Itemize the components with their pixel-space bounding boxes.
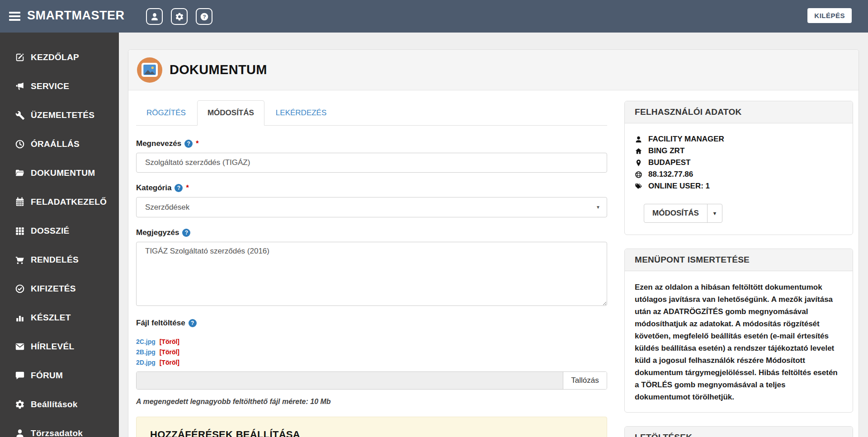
sidebar-item-label: KIFIZETÉS [31, 284, 76, 294]
name-field-label: Megnevezés [136, 139, 181, 148]
file-link[interactable]: 2B.jpg [136, 348, 156, 356]
folder-open-icon [15, 168, 25, 178]
home-icon [635, 147, 642, 155]
sidebar-item-forum[interactable]: FÓRUM [0, 361, 119, 390]
upload-size-note: A megengedett legnagyobb feltölthető fáj… [136, 398, 607, 406]
tab-modositas[interactable]: MÓDOSÍTÁS [197, 100, 264, 126]
comment-field-label: Megjegyzés [136, 228, 179, 237]
megaphone-icon [15, 81, 25, 91]
sidebar-item-oraallas[interactable]: ÓRAÁLLÁS [0, 130, 119, 159]
map-marker-icon [635, 159, 642, 167]
user-row: ONLINE USER: 1 [635, 180, 843, 192]
modify-button-label[interactable]: MÓDOSÍTÁS [644, 204, 707, 222]
gear-icon [15, 399, 25, 409]
user-icon [635, 136, 642, 143]
ip-address: 88.132.77.86 [648, 169, 693, 180]
globe-icon [635, 171, 642, 179]
user-data-panel-title: FELHASZNÁLÓI ADATOK [625, 101, 853, 123]
browse-button[interactable]: Tallózás [563, 372, 607, 389]
sidebar-item-keszlet[interactable]: KÉSZLET [0, 303, 119, 332]
required-mark: * [196, 140, 198, 148]
sidebar-item-label: Beállítások [31, 399, 78, 409]
page-title: DOKUMENTUM [170, 62, 267, 77]
sidebar-item-label: SERVICE [31, 81, 69, 91]
user-profile-button[interactable] [146, 8, 163, 25]
tags-icon [635, 183, 642, 190]
file-delete-link[interactable]: [Töröl] [160, 338, 179, 345]
form-column: RÖGZÍTÉS MÓDOSÍTÁS LEKÉRDEZÉS Megnevezés… [136, 100, 607, 437]
info-column: FELHASZNÁLÓI ADATOK FACILITY MANAGER BIN… [624, 101, 853, 437]
sidebar-item-kifizetes[interactable]: KIFIZETÉS [0, 274, 119, 303]
calendar-icon [15, 197, 25, 207]
help-icon[interactable]: ? [189, 319, 197, 327]
settings-button[interactable] [171, 8, 188, 25]
required-mark: * [186, 184, 189, 192]
tab-rogzites[interactable]: RÖGZÍTÉS [136, 100, 196, 126]
tab-lekerdezes[interactable]: LEKÉRDEZÉS [265, 100, 337, 126]
category-select[interactable]: Szerződések [136, 197, 607, 217]
modify-button[interactable]: MÓDOSÍTÁS ▼ [644, 204, 722, 223]
sidebar-item-uzemeltetes[interactable]: ÜZEMELTETÉS [0, 101, 119, 130]
sidebar-item-label: DOKUMENTUM [31, 168, 95, 178]
menu-info-text: Ezen az oldalon a hibásan feltöltött dok… [635, 281, 843, 403]
online-user-count: ONLINE USER: 1 [648, 180, 710, 192]
help-button[interactable]: ? [196, 8, 212, 25]
menu-info-panel: MENÜPONT ISMERTETÉSE Ezen az oldalon a h… [624, 249, 853, 413]
sidebar-item-label: HÍRLEVÉL [31, 342, 74, 352]
sidebar-item-dokumentum[interactable]: DOKUMENTUM [0, 159, 119, 188]
file-delete-link[interactable]: [Töröl] [160, 359, 179, 366]
uploaded-file-list: 2C.jpg [Töröl] 2B.jpg [Töröl] 2D.jpg [Tö… [136, 337, 607, 368]
sidebar-item-label: ÜZEMELTETÉS [31, 110, 94, 120]
document-image-icon [137, 57, 162, 83]
sidebar-item-label: KEZDŐLAP [31, 52, 79, 62]
wrench-icon [15, 110, 25, 120]
sidebar-item-label: Törzsadatok [31, 428, 83, 437]
hamburger-menu-icon[interactable] [9, 12, 20, 21]
access-settings-heading: HOZZÁFÉRÉSEK BEÁLLÍTÁSA [150, 429, 593, 437]
help-icon[interactable]: ? [184, 140, 193, 148]
question-circle-icon: ? [200, 12, 209, 21]
comment-textarea[interactable]: TIGÁZ Szolgáltató szerződés (2016) [136, 242, 607, 306]
user-data-panel: FELHASZNÁLÓI ADATOK FACILITY MANAGER BIN… [624, 101, 853, 235]
file-row: 2D.jpg [Töröl] [136, 357, 607, 368]
sidebar-item-hirlevel[interactable]: HÍRLEVÉL [0, 332, 119, 361]
file-row: 2C.jpg [Töröl] [136, 337, 607, 347]
sidebar: KEZDŐLAP SERVICE ÜZEMELTETÉS ÓRAÁLLÁS DO… [0, 33, 119, 437]
sidebar-item-beallitasok[interactable]: Beállítások [0, 390, 119, 419]
sidebar-item-torzsadatok[interactable]: Törzsadatok [0, 419, 119, 437]
name-field-group: Megnevezés ? * [136, 139, 607, 173]
access-settings-panel: HOZZÁFÉRÉSEK BEÁLLÍTÁSA [136, 417, 607, 437]
sidebar-item-rendeles[interactable]: RENDELÉS [0, 245, 119, 274]
bar-chart-icon [15, 313, 25, 323]
svg-text:?: ? [203, 14, 206, 19]
check-circle-icon [15, 284, 25, 294]
sidebar-item-service[interactable]: SERVICE [0, 72, 119, 101]
user-row: BING ZRT [635, 145, 843, 157]
user-icon [150, 12, 159, 21]
sidebar-item-feladatkezelo[interactable]: FELADATKEZELŐ [0, 188, 119, 216]
clock-icon [15, 139, 25, 149]
logout-button[interactable]: KILÉPÉS [807, 8, 852, 23]
file-link[interactable]: 2C.jpg [136, 338, 156, 345]
name-input[interactable] [136, 153, 607, 173]
file-link[interactable]: 2D.jpg [136, 359, 156, 366]
sidebar-menu: KEZDŐLAP SERVICE ÜZEMELTETÉS ÓRAÁLLÁS DO… [0, 33, 119, 437]
page-header: DOKUMENTUM [128, 50, 859, 90]
file-row: 2B.jpg [Töröl] [136, 347, 607, 357]
sidebar-item-kezdolap[interactable]: KEZDŐLAP [0, 43, 119, 72]
content-area: DOKUMENTUM RÖGZÍTÉS MÓDOSÍTÁS LEKÉRDEZÉS… [119, 33, 868, 437]
sidebar-item-label: ÓRAÁLLÁS [31, 139, 80, 149]
user-row: BUDAPEST [635, 157, 843, 169]
sidebar-item-label: FÓRUM [31, 371, 63, 381]
edit-icon [15, 52, 25, 62]
sidebar-item-label: FELADATKEZELŐ [31, 197, 107, 207]
cart-icon [15, 255, 25, 265]
file-delete-link[interactable]: [Töröl] [160, 348, 179, 356]
app-brand: SMARTMASTER [27, 9, 125, 23]
menu-info-panel-title: MENÜPONT ISMERTETÉSE [625, 249, 853, 271]
sidebar-item-dosszie[interactable]: DOSSZIÉ [0, 216, 119, 245]
file-upload-input[interactable] [137, 372, 563, 389]
caret-down-icon[interactable]: ▼ [707, 204, 722, 222]
help-icon[interactable]: ? [182, 229, 190, 237]
help-icon[interactable]: ? [175, 184, 183, 192]
